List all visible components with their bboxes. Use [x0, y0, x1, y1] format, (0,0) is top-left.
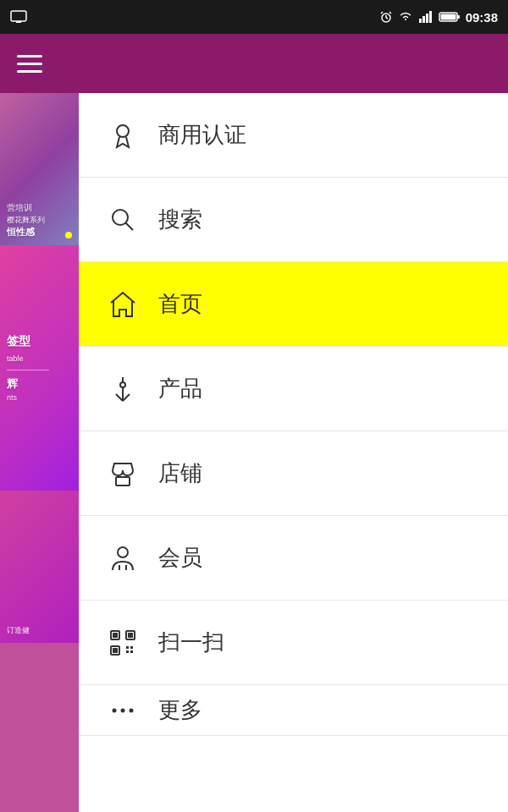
scan-label: 扫一扫: [158, 628, 224, 657]
home-label: 首页: [158, 289, 202, 319]
more-label: 更多: [158, 695, 202, 725]
menu-item-scan[interactable]: 扫一扫: [79, 601, 508, 685]
svg-point-38: [130, 708, 134, 712]
svg-rect-30: [128, 633, 133, 638]
svg-line-16: [126, 222, 134, 230]
svg-rect-7: [419, 19, 422, 23]
svg-line-6: [389, 12, 391, 14]
wifi-icon: [398, 11, 413, 23]
banner-3-text: 订造健: [7, 625, 30, 636]
svg-line-4: [386, 18, 388, 19]
scan-icon: [104, 624, 141, 661]
svg-rect-1: [16, 21, 21, 23]
svg-rect-32: [126, 646, 129, 649]
banner-2: 签型 table 辉 nts: [0, 245, 79, 491]
svg-point-23: [118, 547, 128, 557]
svg-rect-22: [116, 477, 130, 486]
search-icon: [104, 201, 141, 239]
status-right: 09:38: [379, 10, 498, 25]
svg-rect-0: [11, 11, 26, 21]
svg-line-5: [381, 12, 383, 14]
certification-icon: [104, 117, 141, 154]
banner-1: 营培训 樱花舞系列 恒性感: [0, 93, 79, 245]
svg-rect-34: [126, 650, 129, 653]
svg-rect-13: [440, 14, 456, 20]
svg-point-14: [117, 125, 129, 137]
menu-item-more[interactable]: 更多: [79, 685, 508, 736]
signal-icon: [418, 11, 433, 23]
store-label: 店铺: [158, 458, 202, 488]
svg-line-20: [116, 394, 123, 401]
left-panel: 营培训 樱花舞系列 恒性感 签型 table 辉 nts 订造健: [0, 93, 79, 812]
svg-rect-12: [457, 15, 460, 19]
menu-item-search[interactable]: 搜索: [79, 178, 508, 262]
svg-rect-31: [113, 648, 118, 653]
certification-label: 商用认证: [158, 120, 246, 150]
status-left: [10, 10, 27, 24]
svg-point-36: [113, 708, 117, 712]
svg-rect-35: [130, 650, 133, 653]
svg-rect-8: [422, 16, 425, 23]
home-icon: [104, 286, 141, 323]
products-icon: [104, 370, 141, 408]
main-layout: 营培训 樱花舞系列 恒性感 签型 table 辉 nts 订造健: [0, 93, 508, 812]
app-header: [0, 34, 508, 93]
status-bar: 09:38: [0, 0, 508, 34]
menu-item-member[interactable]: 会员: [79, 516, 508, 601]
store-icon: [104, 455, 141, 492]
time-display: 09:38: [466, 10, 498, 25]
svg-rect-9: [426, 14, 428, 23]
svg-point-18: [120, 382, 125, 387]
drawer-menu: 商用认证 搜索 首页: [79, 93, 508, 812]
banner-3: 订造健: [0, 491, 79, 643]
svg-rect-33: [130, 646, 133, 649]
member-icon: [104, 540, 141, 577]
member-label: 会员: [158, 543, 202, 573]
hamburger-menu-button[interactable]: [17, 55, 42, 73]
svg-point-37: [121, 708, 125, 712]
banner-1-text: 营培训 樱花舞系列 恒性感: [7, 202, 72, 239]
menu-item-certification[interactable]: 商用认证: [79, 93, 508, 178]
more-icon: [104, 692, 141, 729]
svg-line-21: [123, 394, 130, 401]
battery-icon: [439, 11, 461, 23]
banner-dot: [65, 232, 72, 239]
screen-icon: [10, 10, 27, 24]
search-label: 搜索: [158, 205, 202, 234]
banner-2-text: 签型 table 辉 nts: [7, 332, 72, 404]
menu-item-store[interactable]: 店铺: [79, 431, 508, 516]
svg-rect-10: [429, 11, 432, 23]
menu-item-products[interactable]: 产品: [79, 347, 508, 431]
svg-rect-29: [113, 633, 118, 638]
svg-point-15: [113, 210, 128, 225]
products-label: 产品: [158, 374, 202, 403]
menu-item-home[interactable]: 首页: [79, 262, 508, 347]
alarm-icon: [379, 10, 393, 24]
